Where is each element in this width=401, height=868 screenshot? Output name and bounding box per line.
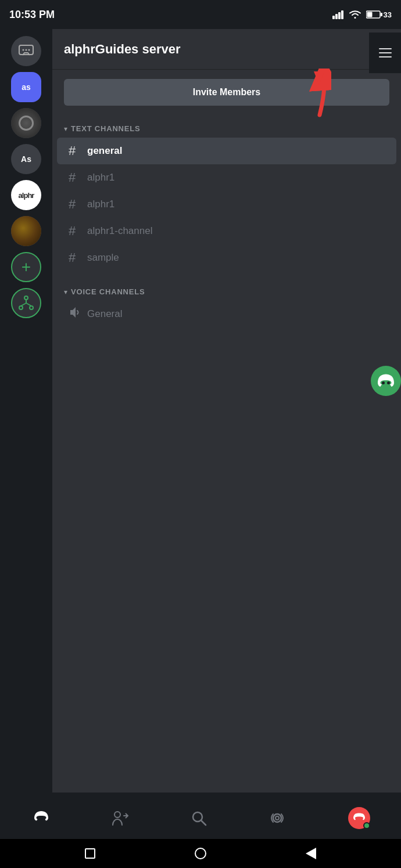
channel-header: alphrGuides server — [52, 29, 401, 70]
channel-alphr1-second-name: alphr1 — [87, 199, 114, 210]
text-channels-label: TEXT CHANNELS — [71, 124, 140, 133]
svg-point-13 — [30, 306, 33, 309]
nav-icons-row — [0, 793, 401, 839]
sidebar-item-alphrguides[interactable]: as — [11, 72, 41, 102]
channel-list: ▾ TEXT CHANNELS # general # alphr1 # alp… — [52, 115, 401, 822]
sidebar-item-discover[interactable] — [11, 288, 41, 318]
server-initials-As: As — [21, 154, 31, 164]
svg-point-8 — [23, 49, 24, 51]
signal-icon — [332, 10, 344, 19]
svg-rect-5 — [381, 13, 382, 16]
server-name: alphrGuides server — [64, 42, 181, 57]
svg-point-29 — [360, 817, 361, 819]
sidebar-item-alphr[interactable]: alphr — [11, 180, 41, 210]
nav-mentions-button[interactable] — [268, 810, 286, 826]
status-time: 10:53 PM — [9, 9, 55, 21]
svg-point-12 — [19, 306, 23, 309]
svg-rect-1 — [335, 14, 338, 19]
svg-point-19 — [382, 381, 385, 384]
nav-profile-button[interactable] — [348, 807, 370, 829]
channel-sample-name: sample — [87, 252, 119, 264]
nav-search-button[interactable] — [191, 810, 207, 826]
invite-section: Invite Members — [52, 70, 401, 115]
svg-rect-3 — [341, 10, 343, 19]
battery-percent: 33 — [384, 10, 392, 19]
voice-channel-general-name: General — [87, 308, 122, 320]
svg-point-28 — [356, 817, 358, 819]
sidebar-item-as-server[interactable]: As — [11, 144, 41, 174]
sidebar-item-direct-messages[interactable] — [11, 36, 41, 66]
text-channels-category[interactable]: ▾ TEXT CHANNELS — [52, 115, 401, 138]
svg-point-20 — [387, 381, 390, 384]
profile-discord-icon — [353, 813, 366, 823]
channel-alphr1-channel-name: alphr1-channel — [87, 225, 152, 237]
wifi-icon — [349, 10, 361, 19]
channel-general[interactable]: # general — [57, 138, 396, 164]
android-home-button[interactable] — [194, 847, 207, 860]
svg-rect-2 — [338, 12, 341, 19]
svg-line-16 — [26, 303, 31, 306]
voice-channels-label: VOICE CHANNELS — [71, 287, 145, 296]
android-recents-button[interactable] — [83, 847, 97, 860]
chat-area: alphrGuides server — [52, 29, 401, 822]
sidebar-item-server2[interactable] — [11, 108, 41, 138]
channel-alphr1-channel[interactable]: # alphr1-channel — [57, 218, 396, 244]
friends-icon — [112, 810, 129, 826]
svg-point-21 — [38, 817, 40, 819]
sample-hash-icon: # — [69, 250, 81, 265]
status-bar: 10:53 PM 33 — [0, 0, 401, 29]
svg-point-22 — [43, 817, 45, 819]
alphr1c-hash-icon: # — [69, 224, 81, 239]
members-list-button[interactable] — [369, 33, 401, 73]
server-sidebar: as As alphr + — [0, 29, 52, 822]
main-layout: as As alphr + — [0, 29, 401, 822]
text-channels-chevron: ▾ — [64, 125, 67, 133]
svg-line-15 — [21, 303, 26, 306]
svg-rect-6 — [367, 12, 372, 17]
android-back-button[interactable] — [304, 847, 318, 860]
svg-point-26 — [273, 814, 281, 822]
battery-icon: 33 — [366, 10, 392, 19]
android-nav-bar — [0, 839, 401, 868]
svg-rect-0 — [332, 16, 335, 19]
voice-channels-chevron: ▾ — [64, 288, 67, 296]
sidebar-item-add-server[interactable]: + — [11, 252, 41, 282]
sidebar-item-pet[interactable] — [11, 216, 41, 246]
channel-alphr1-first[interactable]: # alphr1 — [57, 164, 396, 191]
voice-channel-general[interactable]: General — [57, 301, 396, 327]
channel-sample[interactable]: # sample — [57, 244, 396, 271]
svg-point-23 — [114, 812, 120, 817]
search-icon — [191, 810, 207, 826]
discord-home-icon — [31, 811, 49, 825]
channel-general-name: general — [87, 145, 122, 157]
nav-home-button[interactable] — [31, 811, 49, 825]
add-server-plus-icon: + — [22, 259, 31, 275]
invite-members-button[interactable]: Invite Members — [64, 79, 389, 106]
mention-icon — [268, 810, 286, 826]
svg-point-27 — [275, 816, 279, 820]
svg-point-9 — [26, 49, 27, 51]
hamburger-icon — [379, 48, 392, 57]
recents-icon — [85, 848, 95, 859]
channel-alphr1-second[interactable]: # alphr1 — [57, 191, 396, 218]
general-hash-icon: # — [69, 143, 81, 159]
back-triangle-icon — [306, 848, 316, 859]
alphr1-hash-icon: # — [69, 170, 81, 185]
alphr1b-hash-icon: # — [69, 197, 81, 212]
svg-point-11 — [24, 296, 28, 300]
alphr-logo: alphr — [19, 191, 34, 200]
server-initials-as: as — [22, 82, 31, 92]
profile-avatar — [348, 807, 370, 829]
discord-bot-icon — [377, 374, 395, 388]
voice-channels-category[interactable]: ▾ VOICE CHANNELS — [52, 278, 401, 301]
svg-point-10 — [28, 49, 30, 51]
status-icons: 33 — [332, 10, 392, 19]
voice-icon — [69, 307, 81, 321]
channel-alphr1-first-name: alphr1 — [87, 172, 114, 183]
bottom-nav — [0, 793, 401, 868]
online-status-dot — [363, 822, 370, 829]
nav-friends-button[interactable] — [112, 810, 129, 826]
discord-bot-avatar[interactable] — [371, 366, 401, 396]
svg-line-25 — [201, 820, 206, 825]
home-circle-icon — [195, 848, 206, 859]
